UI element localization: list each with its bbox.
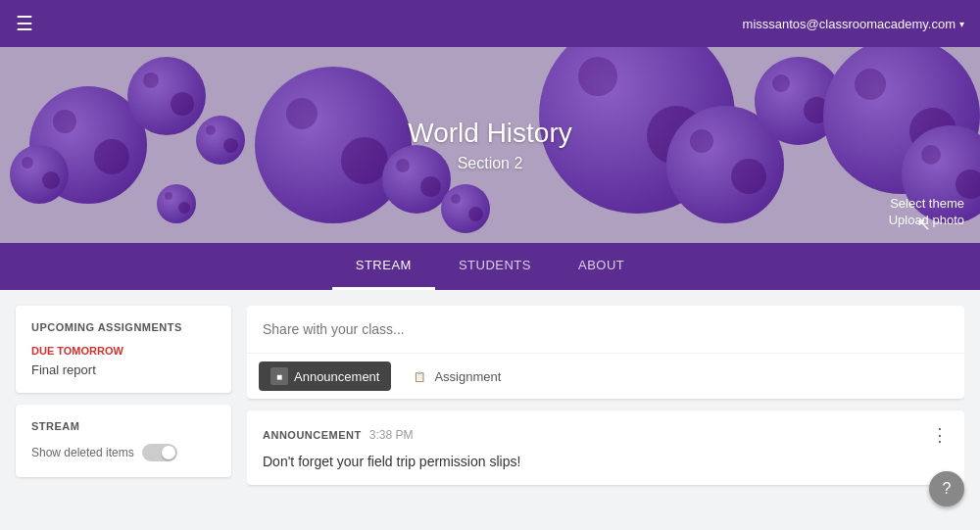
hero-banner: World History Section 2 Select theme Upl… [0,47,980,243]
help-button[interactable]: ? [929,471,964,506]
class-title: World History [408,118,572,149]
main-content: UPCOMING ASSIGNMENTS DUE TOMORROW Final … [0,290,980,530]
announcement-meta: ANNOUNCEMENT 3:38 PM [263,428,413,442]
cursor-icon: ↖ [916,214,931,235]
announcement-btn-label: Announcement [294,369,379,384]
share-input[interactable] [247,306,964,353]
hero-text: World History Section 2 [408,118,572,172]
deco-circle [196,116,245,165]
deco-circle [10,145,69,204]
show-deleted-toggle[interactable] [142,444,177,461]
tab-about[interactable]: ABOUT [555,243,648,290]
announcement-text: Don't forget your field trip permission … [263,454,949,469]
tab-stream[interactable]: STREAM [332,243,435,290]
user-menu[interactable]: misssantos@classroomacademy.com ▾ [743,17,964,31]
show-deleted-label: Show deleted items [31,446,134,459]
deco-circle [157,184,196,223]
share-box: ■ Announcement 📋 Assignment [247,306,964,399]
announcement-button[interactable]: ■ Announcement [259,361,391,391]
announcement-card: ANNOUNCEMENT 3:38 PM ⋮ Don't forget your… [247,410,964,485]
dropdown-arrow-icon: ▾ [959,19,964,29]
assignment-item[interactable]: Final report [31,362,216,377]
announcement-icon: ■ [270,367,288,385]
share-actions: ■ Announcement 📋 Assignment [247,353,964,399]
stream-section: ■ Announcement 📋 Assignment ANNOUNCEMENT… [247,306,964,514]
assignment-btn-label: Assignment [434,369,501,384]
sidebar: UPCOMING ASSIGNMENTS DUE TOMORROW Final … [16,306,231,514]
announcement-time: 3:38 PM [369,428,414,442]
select-theme-link[interactable]: Select theme [890,196,964,211]
announcement-header: ANNOUNCEMENT 3:38 PM ⋮ [263,426,949,444]
upcoming-assignments-card: UPCOMING ASSIGNMENTS DUE TOMORROW Final … [16,306,231,393]
announcement-label: ANNOUNCEMENT [263,429,362,441]
stream-title: STREAM [31,420,216,432]
upcoming-title: UPCOMING ASSIGNMENTS [31,321,216,333]
deco-circle [127,57,206,135]
assignment-icon: 📋 [411,367,428,385]
stream-card: STREAM Show deleted items [16,405,231,477]
tab-students[interactable]: STUDENTS [435,243,555,290]
more-options-button[interactable]: ⋮ [931,426,949,444]
class-subtitle: Section 2 [408,155,572,172]
top-bar: ☰ misssantos@classroomacademy.com ▾ [0,0,980,47]
menu-icon[interactable]: ☰ [16,12,33,35]
assignment-button[interactable]: 📋 Assignment [399,361,513,391]
deco-circle [441,184,490,233]
user-email-text: misssantos@classroomacademy.com [743,17,956,31]
nav-tabs: STREAM STUDENTS ABOUT [0,243,980,290]
due-tomorrow-label: DUE TOMORROW [31,345,216,357]
